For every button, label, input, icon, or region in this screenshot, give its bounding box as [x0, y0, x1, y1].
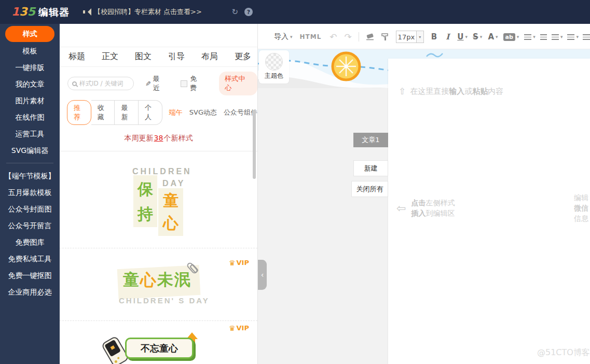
app-logo[interactable]: 135 编辑器: [11, 5, 70, 19]
chevron-down-icon: ▾: [290, 34, 293, 39]
watermark: @51CTO博客: [537, 347, 590, 358]
sidebar-item-my-articles[interactable]: 我的文章: [0, 76, 60, 92]
style-panel: 标题 正文 图文 引导 布局 更多 ✎ 最近 免费 样式中心 推荐 收藏: [60, 24, 258, 364]
tab-more[interactable]: 更多: [235, 51, 251, 62]
new-document-button[interactable]: 新建: [353, 160, 388, 176]
sidebar-item-wechat-comments[interactable]: 公众号开留言: [0, 217, 60, 234]
sidebar-item-may-hot-templates[interactable]: 五月爆款模板: [0, 184, 60, 201]
chevron-down-icon: ▾: [533, 34, 536, 39]
card2-title: 童心未泯: [123, 269, 191, 291]
tab-imagetext[interactable]: 图文: [135, 51, 152, 62]
filter-svg-dynamic[interactable]: SVG动态: [189, 108, 217, 117]
app-window: 导入 ▾ HTML ↶ ↷ 17px ▾: [0, 0, 590, 364]
justify-button[interactable]: [583, 34, 590, 40]
panel-scrollbar[interactable]: [253, 110, 256, 179]
sidebar-item-image-assets[interactable]: 图片素材: [0, 92, 60, 109]
sidebar-item-operation-tools[interactable]: 运营工具: [0, 125, 60, 142]
announcement-link[interactable]: 【校园招聘】专栏素材 点击查看>>: [83, 7, 202, 17]
document-tab[interactable]: 文章1: [353, 133, 388, 147]
import-button[interactable]: 导入 ▾: [274, 32, 293, 41]
underline-button[interactable]: U ▾: [457, 32, 468, 41]
tab-layout[interactable]: 布局: [201, 51, 218, 62]
close-all-button[interactable]: 关闭所有: [351, 181, 388, 197]
left-arrow-icon: ⇦: [396, 202, 406, 215]
sidebar-item-free-private-tools[interactable]: 免费私域工具: [0, 250, 60, 267]
align-icon: [524, 34, 531, 40]
lemon-icon: [333, 53, 360, 80]
panel-collapse-handle[interactable]: ‹: [258, 260, 267, 290]
search-box[interactable]: [67, 77, 134, 90]
bold-button[interactable]: B: [431, 32, 437, 41]
pen-icon: ✎: [145, 80, 151, 88]
ordered-list-button[interactable]: [540, 34, 547, 40]
tab-guide[interactable]: 引导: [168, 51, 185, 62]
undo-icon: ↶: [330, 32, 337, 42]
top-bar: 135 编辑器 【校园招聘】专栏素材 点击查看>> ↻ ?: [0, 0, 590, 24]
chevron-down-icon: ▾: [560, 34, 563, 39]
style-card-never-forget[interactable]: ♛ VIP 不忘童心: [60, 321, 257, 364]
line-height-button[interactable]: ▾: [567, 34, 579, 40]
strikethrough-button[interactable]: S ▾: [473, 32, 482, 41]
filter-recommended[interactable]: 推荐: [67, 100, 91, 125]
style-category-tabs: 标题 正文 图文 引导 布局 更多: [60, 47, 257, 67]
filter-dragonboat[interactable]: 端午: [169, 108, 183, 117]
free-checkbox[interactable]: [181, 80, 187, 87]
theme-color-swatch-icon: [265, 53, 283, 71]
sidebar-item-online-drawing[interactable]: 在线作图: [0, 109, 60, 125]
undo-button[interactable]: ↶: [330, 32, 337, 42]
sidebar-item-free-cutout[interactable]: 免费一键抠图: [0, 267, 60, 284]
indent-button[interactable]: ▾: [552, 34, 563, 40]
sidebar-item-styles[interactable]: 样式: [5, 26, 54, 42]
italic-button[interactable]: I: [446, 32, 449, 41]
sidebar: 样式 模板 一键排版 我的文章 图片素材 在线作图 运营工具 SVG编辑器 【端…: [0, 24, 60, 364]
sidebar-divider: [6, 163, 53, 163]
update-count: 38: [154, 134, 164, 142]
sidebar-item-business-picks[interactable]: 企业商用必选: [0, 284, 60, 300]
recent-button[interactable]: ✎ 最近: [145, 74, 167, 93]
filter-favorites[interactable]: 收藏: [91, 100, 115, 125]
chevron-down-icon: ▾: [480, 34, 483, 39]
up-arrow-icon: ⇧: [399, 86, 406, 96]
editor-page[interactable]: ⇧ 在这里直接输入或粘贴内容 ⇦ 点击左侧样式 插入到编辑区: [388, 59, 590, 364]
highlight-button[interactable]: ab ▾: [503, 33, 519, 41]
crown-icon: ♛: [229, 325, 236, 332]
style-card-children-day[interactable]: CHILDREN DAY 保持 童心: [60, 151, 257, 248]
font-color-button[interactable]: A ▾: [488, 32, 498, 41]
style-center-button[interactable]: 样式中心: [219, 72, 257, 95]
sidebar-item-wechat-covers[interactable]: 公众号封面图: [0, 201, 60, 217]
format-painter-icon: [381, 33, 390, 41]
redo-button[interactable]: ↷: [345, 32, 352, 42]
free-filter[interactable]: 免费: [181, 74, 203, 93]
card1-vertical-text-green: 保持: [133, 175, 157, 227]
redo-icon: ↷: [345, 32, 352, 42]
search-icon: [72, 81, 77, 86]
ordered-list-icon: [540, 34, 547, 40]
clipped-right-hint: 编辑 微信 信息: [574, 192, 590, 223]
align-button[interactable]: ▾: [524, 34, 536, 40]
editor-toolbar: 导入 ▾ HTML ↶ ↷ 17px ▾: [274, 29, 590, 45]
indent-icon: [552, 34, 559, 40]
refresh-icon[interactable]: ↻: [231, 7, 238, 17]
card1-caption-en2: DAY: [162, 179, 185, 188]
format-painter-button[interactable]: [381, 33, 390, 41]
sidebar-item-dragonboat-templates[interactable]: 【端午节模板】: [0, 167, 60, 184]
tab-body[interactable]: 正文: [102, 51, 118, 62]
font-size-select[interactable]: 17px ▾: [396, 31, 424, 43]
help-icon[interactable]: ?: [244, 8, 253, 16]
weekly-update-banner: 本周更新38个新样式: [60, 125, 257, 151]
speaker-icon: [83, 8, 90, 16]
chevron-down-icon: ▾: [496, 34, 498, 39]
style-card-childlike-heart[interactable]: ♛ VIP 童心未泯 CHILDREN' S DAY: [60, 248, 257, 321]
filter-personal[interactable]: 个人: [139, 100, 162, 125]
sidebar-item-one-click-layout[interactable]: 一键排版: [0, 59, 60, 76]
theme-color-button[interactable]: 主题色: [259, 50, 289, 83]
sidebar-item-free-gallery[interactable]: 免费图库: [0, 234, 60, 250]
tab-title[interactable]: 标题: [68, 51, 85, 62]
sidebar-item-templates[interactable]: 模板: [0, 43, 60, 59]
eraser-icon: [365, 33, 375, 41]
filter-newest[interactable]: 最新: [115, 100, 139, 125]
search-input[interactable]: [79, 80, 126, 87]
html-button[interactable]: HTML: [300, 33, 322, 40]
sidebar-item-svg-editor[interactable]: SVG编辑器: [0, 142, 60, 159]
eraser-button[interactable]: [365, 33, 375, 41]
